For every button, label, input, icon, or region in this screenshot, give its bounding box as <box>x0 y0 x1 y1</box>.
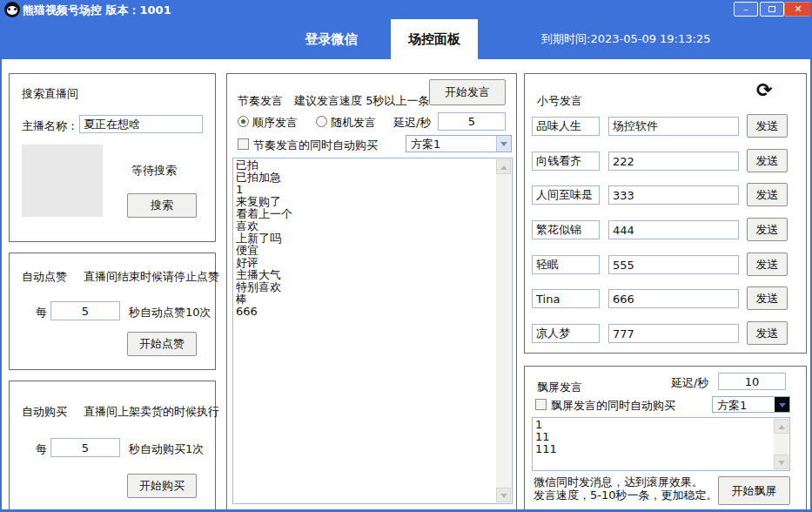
account-message-input[interactable] <box>608 255 739 274</box>
maximize-button[interactable] <box>760 2 784 17</box>
scroll-down-icon[interactable] <box>496 488 511 502</box>
app-title: 熊猫视频号场控 版本：1001 <box>23 3 171 18</box>
panel-title: 节奏发言 <box>238 93 283 109</box>
start-buy-button[interactable]: 开始购买 <box>127 474 197 498</box>
start-speak-button[interactable]: 开始发言 <box>429 79 506 105</box>
account-name-input[interactable] <box>532 289 600 308</box>
start-like-button[interactable]: 开始点赞 <box>127 332 197 356</box>
rhythm-hint: 建议发言速度 5秒以上一条 <box>294 93 429 109</box>
account-name-input[interactable] <box>532 185 600 205</box>
buy-interval-input[interactable] <box>50 438 120 457</box>
panda-logo-icon <box>4 2 20 17</box>
rhythm-messages-textarea[interactable]: 已拍 已拍加急 1 来复购了 看着上一个 喜欢 上新了吗 便宜 好评 主播大气 … <box>232 158 513 504</box>
send-button[interactable]: 发送 <box>747 218 788 241</box>
float-plan-select[interactable]: 方案1 <box>712 396 790 413</box>
room-preview-image <box>22 145 103 217</box>
account-name-input[interactable] <box>532 152 600 171</box>
minimize-button[interactable]: – <box>734 2 758 17</box>
search-button[interactable]: 搜索 <box>127 193 197 218</box>
selected-plan: 方案1 <box>717 398 747 414</box>
float-messages-textarea[interactable]: 1 11 111 <box>532 417 790 471</box>
send-button[interactable]: 发送 <box>747 286 788 310</box>
panel-title: 飘屏发言 <box>537 380 582 395</box>
tab-control-panel[interactable]: 场控面板 <box>391 19 478 59</box>
panel-title: 搜索直播间 <box>22 86 78 102</box>
account-name-input[interactable] <box>532 324 600 343</box>
account-name-input[interactable] <box>532 220 600 239</box>
scroll-up-icon[interactable] <box>774 419 789 434</box>
account-name-input[interactable] <box>532 255 600 274</box>
float-autobuy-checkbox[interactable] <box>535 399 547 410</box>
send-button[interactable]: 发送 <box>747 114 788 138</box>
like-interval-input[interactable] <box>50 301 120 320</box>
expiry-time: 到期时间:2023-05-09 19:13:25 <box>541 31 710 47</box>
account-message-input[interactable] <box>608 220 739 239</box>
radio-random-label[interactable]: 随机发言 <box>331 115 376 131</box>
account-message-input[interactable] <box>608 185 739 205</box>
scroll-up-icon[interactable] <box>496 159 511 174</box>
account-message-input[interactable] <box>608 324 739 343</box>
start-float-button[interactable]: 开始飘屏 <box>718 476 790 505</box>
rhythm-autobuy-checkbox[interactable] <box>238 138 249 150</box>
every-label: 每 <box>36 441 47 457</box>
scrollbar[interactable] <box>496 159 511 502</box>
auto-buy-hint: 直播间上架卖货的时候执行 <box>84 404 219 420</box>
search-status-text: 等待搜索 <box>131 163 177 179</box>
auto-like-hint: 直播间结束时候请停止点赞 <box>84 269 219 285</box>
rhythm-messages-text: 已拍 已拍加急 1 来复购了 看着上一个 喜欢 上新了吗 便宜 好评 主播大气 … <box>236 159 494 318</box>
rhythm-delay-input[interactable] <box>438 112 506 131</box>
panel-auto-buy: 自动购买 直播间上架卖货的时候执行 每 秒自动购买1次 开始购买 <box>9 381 216 512</box>
panel-title: 自动购买 <box>22 404 67 420</box>
every-label: 每 <box>36 305 47 320</box>
panel-search-room: 搜索直播间 主播名称： 等待搜索 搜索 <box>9 73 216 242</box>
account-message-input[interactable] <box>608 289 739 308</box>
tab-login-wechat[interactable]: 登录微信 <box>272 19 391 59</box>
close-button[interactable]: ✕ <box>784 2 812 17</box>
panel-title: 小号发言 <box>537 93 582 109</box>
radio-random[interactable] <box>316 116 327 127</box>
chevron-down-icon[interactable] <box>775 397 789 412</box>
titlebar: 熊猫视频号场控 版本：1001 – ✕ <box>2 0 812 19</box>
app-window: 熊猫视频号场控 版本：1001 – ✕ 登录微信 场控面板 到期时间:2023-… <box>0 0 812 512</box>
header-bar: 登录微信 场控面板 到期时间:2023-05-09 19:13:25 <box>2 19 812 59</box>
selected-plan: 方案1 <box>411 137 440 152</box>
delay-label: 延迟/秒 <box>671 375 708 391</box>
float-delay-input[interactable] <box>718 373 786 390</box>
panel-title: 自动点赞 <box>22 269 67 285</box>
chevron-down-icon[interactable] <box>496 136 511 152</box>
float-note-line2: 发言速度，5-10秒一条，更加稳定。 <box>534 488 718 503</box>
radio-sequential-label[interactable]: 顺序发言 <box>252 115 298 131</box>
account-message-input[interactable] <box>608 152 739 171</box>
send-button[interactable]: 发送 <box>747 183 788 206</box>
scroll-down-icon[interactable] <box>774 455 789 469</box>
maximize-icon <box>768 6 775 12</box>
like-suffix-label: 秒自动点赞10次 <box>129 305 211 320</box>
rhythm-plan-select[interactable]: 方案1 <box>406 135 512 152</box>
buy-suffix-label: 秒自动购买1次 <box>129 441 204 457</box>
anchor-name-input[interactable] <box>79 115 203 133</box>
panel-float-screen: 飘屏发言 延迟/秒 飘屏发言的同时自动购买 方案1 1 11 111 微信同时发… <box>524 366 807 512</box>
send-button[interactable]: 发送 <box>747 149 788 172</box>
radio-sequential[interactable] <box>238 116 249 127</box>
panel-alt-accounts: 小号发言 ⟳ 发送 发送 发送 发送 发送 发送 发送 <box>524 73 807 354</box>
account-message-input[interactable] <box>608 117 739 136</box>
rhythm-autobuy-label[interactable]: 节奏发言的同时自动购买 <box>253 138 378 153</box>
panel-rhythm-speak: 节奏发言 建议发言速度 5秒以上一条 开始发言 顺序发言 随机发言 延迟/秒 节… <box>226 73 517 512</box>
anchor-name-label: 主播名称： <box>22 118 78 134</box>
float-messages-text: 1 11 111 <box>535 419 772 455</box>
float-autobuy-label[interactable]: 飘屏发言的同时自动购买 <box>551 398 675 414</box>
scrollbar[interactable] <box>774 419 789 469</box>
refresh-icon[interactable]: ⟳ <box>756 81 772 100</box>
send-button[interactable]: 发送 <box>747 321 788 345</box>
send-button[interactable]: 发送 <box>747 253 788 276</box>
delay-label: 延迟/秒 <box>393 115 431 131</box>
account-name-input[interactable] <box>532 117 600 136</box>
panel-auto-like: 自动点赞 直播间结束时候请停止点赞 每 秒自动点赞10次 开始点赞 <box>9 253 216 370</box>
